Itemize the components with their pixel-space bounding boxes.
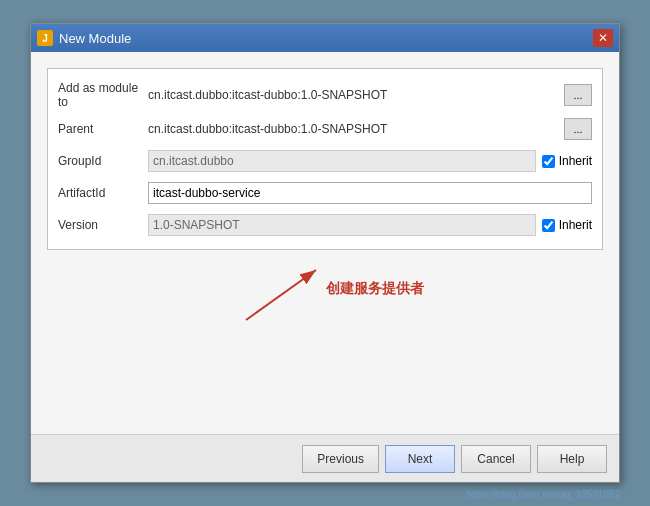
group-id-row: GroupId Inherit: [58, 149, 592, 173]
footer-bar: Previous Next Cancel Help: [31, 434, 619, 482]
dialog-content: Add as module to cn.itcast.dubbo:itcast-…: [31, 52, 619, 434]
artifact-id-input[interactable]: [148, 182, 592, 204]
artifact-id-label: ArtifactId: [58, 186, 148, 200]
form-area: Add as module to cn.itcast.dubbo:itcast-…: [47, 68, 603, 250]
version-inherit: Inherit: [542, 218, 592, 232]
annotation-arrow: [226, 260, 346, 330]
add-as-module-value: cn.itcast.dubbo:itcast-dubbo:1.0-SNAPSHO…: [148, 88, 558, 102]
version-inherit-checkbox[interactable]: [542, 219, 555, 232]
title-bar: J New Module ✕: [31, 24, 619, 52]
parent-button[interactable]: ...: [564, 118, 592, 140]
version-label: Version: [58, 218, 148, 232]
app-icon: J: [37, 30, 53, 46]
parent-label: Parent: [58, 122, 148, 136]
version-input[interactable]: [148, 214, 536, 236]
add-as-module-button[interactable]: ...: [564, 84, 592, 106]
version-inherit-label: Inherit: [559, 218, 592, 232]
version-row: Version Inherit: [58, 213, 592, 237]
svg-line-1: [246, 270, 316, 320]
watermark-url: https://blog.csdn.net/qq_33591052: [467, 489, 620, 500]
dialog-title: New Module: [59, 31, 131, 46]
close-button[interactable]: ✕: [593, 29, 613, 47]
group-id-input[interactable]: [148, 150, 536, 172]
previous-button[interactable]: Previous: [302, 445, 379, 473]
group-id-label: GroupId: [58, 154, 148, 168]
help-button[interactable]: Help: [537, 445, 607, 473]
next-button[interactable]: Next: [385, 445, 455, 473]
group-id-inherit-checkbox[interactable]: [542, 155, 555, 168]
add-as-module-label: Add as module to: [58, 81, 148, 109]
title-bar-left: J New Module: [37, 30, 131, 46]
artifact-id-row: ArtifactId: [58, 181, 592, 205]
annotation-area: 创建服务提供者: [47, 250, 603, 434]
group-id-inherit-label: Inherit: [559, 154, 592, 168]
cancel-button[interactable]: Cancel: [461, 445, 531, 473]
group-id-inherit: Inherit: [542, 154, 592, 168]
parent-row: Parent cn.itcast.dubbo:itcast-dubbo:1.0-…: [58, 117, 592, 141]
parent-value: cn.itcast.dubbo:itcast-dubbo:1.0-SNAPSHO…: [148, 122, 558, 136]
add-as-module-row: Add as module to cn.itcast.dubbo:itcast-…: [58, 81, 592, 109]
new-module-dialog: J New Module ✕ Add as module to cn.itcas…: [30, 23, 620, 483]
